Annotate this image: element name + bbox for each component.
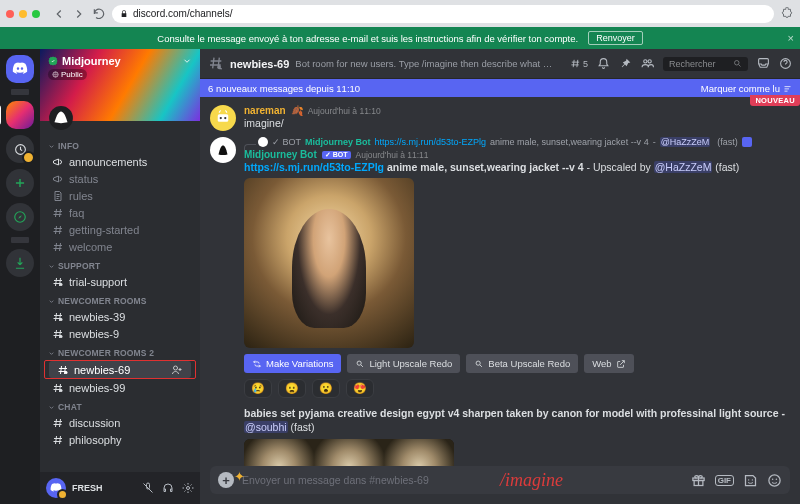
search-input[interactable]: Rechercher: [663, 57, 748, 71]
minimize-window[interactable]: [19, 10, 27, 18]
guild-avatar-icon: [48, 105, 74, 131]
chevron-down-icon: [182, 56, 192, 66]
generated-image[interactable]: [244, 178, 414, 348]
generated-image[interactable]: [244, 439, 454, 466]
download-apps-button[interactable]: [6, 249, 34, 277]
verify-email-banner: Consulte le message envoyé à ton adresse…: [0, 27, 800, 49]
close-window[interactable]: [6, 10, 14, 18]
web-button[interactable]: Web: [584, 354, 633, 373]
message: ✓ BOT Midjourney Bot https://s.mj.run/d5…: [210, 137, 790, 466]
url-text: discord.com/channels/: [133, 8, 233, 19]
inbox-icon[interactable]: [757, 57, 770, 70]
category-header[interactable]: SUPPORT: [40, 255, 200, 273]
make-variations-button[interactable]: Make Variations: [244, 354, 341, 373]
mark-read-button[interactable]: Marquer comme lu: [701, 83, 792, 94]
svg-point-16: [358, 361, 362, 365]
reload-button[interactable]: [92, 7, 106, 21]
beta-upscale-button[interactable]: Beta Upscale Redo: [466, 354, 578, 373]
banner-text: Consulte le message envoyé à ton adresse…: [157, 33, 578, 44]
user-mention[interactable]: @soubhi: [244, 421, 288, 433]
explore-servers-button[interactable]: [6, 203, 34, 231]
svg-point-23: [772, 478, 774, 480]
dm-home-button[interactable]: [6, 55, 34, 83]
user-avatar[interactable]: [46, 478, 66, 498]
channel-discussion[interactable]: discussion: [44, 414, 196, 431]
svg-point-14: [220, 117, 222, 119]
header-tools: 5 Rechercher: [570, 57, 792, 71]
rail-separator: [11, 237, 29, 243]
leaf-icon: 🍂: [291, 105, 303, 116]
new-messages-bar[interactable]: 6 nouveaux messages depuis 11:10 Marquer…: [200, 79, 800, 97]
url-bar[interactable]: discord.com/channels/: [112, 5, 774, 23]
channel-rules[interactable]: rules: [44, 187, 196, 204]
notifications-icon[interactable]: [597, 57, 610, 70]
maximize-window[interactable]: [32, 10, 40, 18]
composer-area: + ✦ Envoyer un message dans #newbies-69 …: [200, 466, 800, 504]
channel-getting-started[interactable]: getting-started: [44, 221, 196, 238]
channel-welcome[interactable]: welcome: [44, 238, 196, 255]
channel-status[interactable]: status: [44, 170, 196, 187]
traffic-lights: [6, 10, 40, 18]
svg-point-7: [65, 371, 68, 374]
user-mention[interactable]: @HaZzZeM: [654, 161, 713, 173]
settings-gear-icon[interactable]: [182, 482, 194, 494]
composer-placeholder: ✦ Envoyer un message dans #newbies-69: [242, 474, 429, 486]
message-text: https://s.mj.run/d53to-EZPlg anime male,…: [244, 160, 790, 174]
category-header[interactable]: NEWCOMER ROOMS 2: [40, 342, 200, 360]
banner-close-icon[interactable]: ×: [788, 32, 794, 44]
message-composer[interactable]: + ✦ Envoyer un message dans #newbies-69 …: [210, 466, 790, 494]
channel-topic: Bot room for new users. Type /imagine th…: [295, 58, 555, 69]
add-server-button[interactable]: [6, 169, 34, 197]
channel-trial-support[interactable]: trial-support: [44, 273, 196, 290]
server-rail: [0, 49, 40, 504]
server-midjourney[interactable]: [6, 101, 34, 129]
light-upscale-button[interactable]: Light Upscale Redo: [347, 354, 460, 373]
extensions-icon[interactable]: [780, 7, 794, 21]
action-buttons: Make Variations Light Upscale Redo Beta …: [244, 354, 790, 373]
guild-header[interactable]: Midjourney Public: [40, 49, 200, 121]
sticker-icon[interactable]: [743, 473, 758, 488]
channel-newbies-9[interactable]: newbies-9: [44, 325, 196, 342]
reaction[interactable]: 😢: [244, 379, 272, 398]
members-icon[interactable]: [641, 57, 654, 70]
svg-point-15: [224, 117, 226, 119]
gif-button[interactable]: GIF: [715, 475, 734, 486]
message-author[interactable]: nareman: [244, 105, 286, 116]
reaction[interactable]: 😦: [278, 379, 306, 398]
channel-announcements[interactable]: announcements: [44, 153, 196, 170]
avatar[interactable]: [210, 105, 236, 131]
channel-faq[interactable]: faq: [44, 204, 196, 221]
threads-count[interactable]: 5: [570, 58, 588, 69]
reply-bar[interactable]: ✓ BOT Midjourney Bot https://s.mj.run/d5…: [244, 137, 790, 147]
emoji-icon[interactable]: [767, 473, 782, 488]
discord-app: Midjourney Public INFOannouncementsstatu…: [0, 49, 800, 504]
channel-philosophy[interactable]: philosophy: [44, 431, 196, 448]
svg-point-20: [748, 479, 749, 480]
category-header[interactable]: CHAT: [40, 396, 200, 414]
search-icon: [733, 59, 742, 68]
attach-button[interactable]: +: [218, 472, 234, 488]
svg-point-10: [187, 487, 190, 490]
pins-icon[interactable]: [619, 57, 632, 70]
help-icon[interactable]: [779, 57, 792, 70]
channel-newbies-39[interactable]: newbies-39: [44, 308, 196, 325]
avatar[interactable]: [210, 137, 236, 163]
reaction[interactable]: 😮: [312, 379, 340, 398]
channel-newbies-69[interactable]: newbies-69: [49, 361, 191, 378]
deafen-icon[interactable]: [162, 482, 174, 494]
mute-mic-icon[interactable]: [142, 482, 154, 494]
reaction[interactable]: 😍: [346, 379, 374, 398]
forward-button[interactable]: [72, 7, 86, 21]
channel-list: INFOannouncementsstatusrulesfaqgetting-s…: [40, 121, 200, 472]
gift-icon[interactable]: [691, 473, 706, 488]
server-pending[interactable]: [6, 135, 34, 163]
back-button[interactable]: [52, 7, 66, 21]
category-header[interactable]: INFO: [40, 135, 200, 153]
category-header[interactable]: NEWCOMER ROOMS: [40, 290, 200, 308]
resend-button[interactable]: Renvoyer: [588, 31, 643, 45]
bot-badge: ✓ BOT: [272, 137, 301, 147]
reactions: 😢😦😮😍: [244, 379, 790, 398]
channel-newbies-99[interactable]: newbies-99: [44, 379, 196, 396]
svg-point-24: [776, 478, 778, 480]
channel-header: newbies-69 Bot room for new users. Type …: [200, 49, 800, 79]
